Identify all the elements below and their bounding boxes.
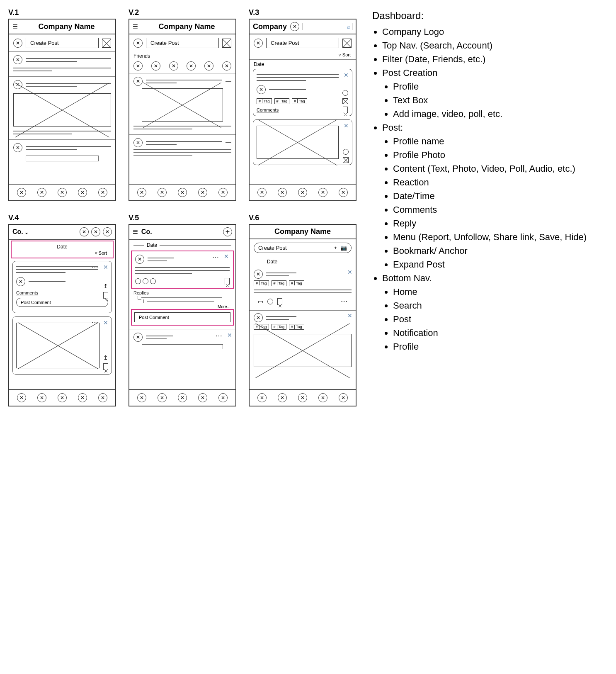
avatar-icon[interactable]: [13, 143, 22, 152]
friend-avatar[interactable]: [133, 61, 143, 71]
reaction-icon[interactable]: [135, 278, 141, 284]
sort-control[interactable]: Sort: [15, 251, 109, 257]
hamburger-icon[interactable]: [133, 227, 138, 236]
avatar-icon[interactable]: [133, 333, 143, 342]
tag-chip[interactable]: Tag: [254, 280, 269, 286]
friend-avatar[interactable]: [151, 61, 160, 71]
share-icon[interactable]: [103, 283, 108, 290]
avatar-icon[interactable]: [254, 313, 263, 322]
create-post-input[interactable]: Create Post: [146, 38, 219, 48]
account-icon[interactable]: [290, 22, 299, 31]
comments-link[interactable]: Comments: [16, 289, 108, 295]
nav-icon[interactable]: [339, 393, 348, 402]
nav-icon[interactable]: [158, 188, 167, 197]
reaction-icon[interactable]: [342, 90, 348, 96]
bookmark-icon[interactable]: [103, 292, 108, 299]
add-image-icon[interactable]: [342, 39, 352, 48]
nav-icon[interactable]: [278, 188, 287, 197]
nav-icon[interactable]: [298, 188, 307, 197]
nav-icon[interactable]: [198, 188, 207, 197]
avatar-icon[interactable]: [13, 55, 22, 64]
media-icon[interactable]: [342, 98, 348, 104]
close-icon[interactable]: ✕: [347, 269, 352, 275]
tag-chip[interactable]: Tag: [272, 324, 287, 330]
nav-icon[interactable]: [218, 393, 228, 402]
bookmark-icon[interactable]: [225, 278, 230, 285]
nav-icon[interactable]: [257, 188, 267, 197]
friend-avatar[interactable]: [187, 61, 196, 71]
avatar-icon[interactable]: [133, 138, 143, 147]
tag-chip[interactable]: Tag: [289, 280, 304, 286]
nav-icon[interactable]: [137, 393, 146, 402]
hdr-icon[interactable]: [91, 227, 100, 236]
close-icon[interactable]: ✕: [347, 312, 352, 319]
create-post-input[interactable]: Create Post: [266, 38, 339, 48]
nav-icon[interactable]: [98, 393, 107, 402]
nav-icon[interactable]: [17, 188, 26, 197]
reaction-icon[interactable]: [267, 299, 273, 304]
tag-chip[interactable]: Tag: [257, 98, 272, 104]
nav-icon[interactable]: [339, 188, 348, 197]
close-icon[interactable]: ✕: [344, 122, 349, 129]
friend-avatar[interactable]: [169, 61, 178, 71]
camera-icon[interactable]: 📷: [340, 245, 347, 251]
avatar-icon[interactable]: [254, 270, 263, 279]
more-icon[interactable]: [341, 297, 347, 305]
more-icon[interactable]: [212, 253, 219, 261]
hamburger-icon[interactable]: [12, 22, 18, 31]
comments-link[interactable]: Comments: [257, 106, 349, 112]
plus-icon[interactable]: +: [334, 245, 337, 251]
post-comment-input[interactable]: Post Comment: [16, 298, 108, 307]
hdr-icon[interactable]: [80, 227, 89, 236]
hamburger-icon[interactable]: [133, 22, 138, 31]
bookmark-icon[interactable]: [343, 107, 348, 113]
add-image-icon[interactable]: [102, 39, 111, 48]
close-icon[interactable]: ✕: [224, 253, 229, 260]
nav-icon[interactable]: [178, 393, 187, 402]
nav-icon[interactable]: [98, 188, 107, 197]
more-link[interactable]: More...: [129, 304, 235, 309]
tag-chip[interactable]: Tag: [272, 280, 287, 286]
reaction-icon[interactable]: [343, 149, 349, 155]
tag-chip[interactable]: Tag: [274, 98, 290, 104]
friend-avatar[interactable]: [222, 61, 231, 71]
media-icon[interactable]: [343, 157, 349, 163]
nav-icon[interactable]: [37, 393, 46, 402]
nav-icon[interactable]: [37, 188, 46, 197]
bookmark-icon[interactable]: [103, 363, 108, 370]
reaction-icon[interactable]: [143, 278, 148, 284]
close-icon[interactable]: ✕: [344, 72, 349, 78]
share-icon[interactable]: [103, 354, 108, 361]
more-icon[interactable]: [216, 332, 222, 340]
create-post-pill[interactable]: Create Post + 📷: [254, 243, 352, 253]
nav-icon[interactable]: [318, 188, 327, 197]
close-icon[interactable]: ✕: [103, 264, 108, 270]
sort-control[interactable]: Sort: [250, 51, 356, 59]
nav-icon[interactable]: [158, 393, 167, 402]
reaction-icon[interactable]: [150, 278, 156, 284]
avatar-icon[interactable]: [133, 77, 143, 86]
close-icon[interactable]: ✕: [227, 332, 232, 338]
avatar-icon[interactable]: [254, 39, 263, 48]
nav-icon[interactable]: [17, 393, 26, 402]
friend-avatar[interactable]: [204, 61, 213, 71]
avatar-icon[interactable]: [16, 277, 25, 286]
more-icon[interactable]: [92, 263, 98, 271]
post-comment-input[interactable]: Post Comment: [134, 312, 230, 322]
avatar-icon[interactable]: [13, 39, 22, 48]
comment-icon[interactable]: ▭: [258, 298, 263, 305]
avatar-icon[interactable]: [133, 39, 143, 48]
add-image-icon[interactable]: [222, 39, 231, 48]
hdr-icon[interactable]: [103, 227, 112, 236]
bookmark-icon[interactable]: [277, 298, 282, 305]
tag-chip[interactable]: Tag: [292, 98, 307, 104]
nav-icon[interactable]: [78, 188, 87, 197]
tag-chip[interactable]: Tag: [289, 324, 304, 330]
nav-icon[interactable]: [58, 188, 67, 197]
nav-icon[interactable]: [58, 393, 67, 402]
create-post-input[interactable]: Create Post: [26, 38, 99, 48]
add-button[interactable]: [223, 227, 232, 236]
avatar-icon[interactable]: [257, 85, 266, 94]
nav-icon[interactable]: [178, 188, 187, 197]
nav-icon[interactable]: [318, 393, 327, 402]
